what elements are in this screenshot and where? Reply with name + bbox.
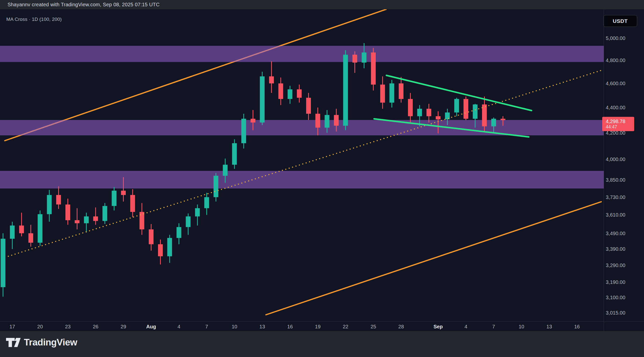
attribution-bar: Shayannv created with TradingView.com, S… [0, 0, 644, 9]
time-tick-label: 25 [371, 324, 376, 330]
price-tick-label: 4,000.00 [606, 156, 625, 162]
time-tick-label: Aug [146, 324, 156, 330]
time-axis-separator [0, 322, 644, 322]
price-tick-label: 3,015.00 [606, 310, 625, 316]
tradingview-wordmark: TradingView [24, 337, 77, 348]
price-tick-label: 3,850.00 [606, 177, 625, 183]
time-tick-label: 10 [519, 324, 524, 330]
time-tick-label: 7 [205, 324, 208, 330]
price-tick-label: 3,730.00 [606, 194, 625, 200]
attribution-text: Shayannv created with TradingView.com, S… [8, 2, 159, 7]
time-tick-label: 20 [37, 324, 43, 330]
time-tick-label: 13 [546, 324, 552, 330]
time-tick-label: 13 [259, 324, 265, 330]
price-tick-label: 5,000.00 [606, 35, 625, 41]
time-tick-label: 4 [178, 324, 180, 330]
time-tick-label: 4 [464, 324, 467, 330]
last-price-value: 4,298.78 [606, 118, 634, 124]
time-tick-label: 19 [315, 324, 320, 330]
time-tick-label: 23 [65, 324, 70, 330]
indicator-legend-label: MA Cross · 1D (100, 200) [6, 17, 62, 22]
price-tick-label: 3,490.00 [606, 230, 625, 236]
tradingview-logo-link[interactable]: TradingView [6, 337, 77, 348]
time-tick-label: 29 [120, 324, 126, 330]
price-tick-label: 3,610.00 [606, 212, 625, 218]
time-tick-label: 10 [232, 324, 237, 330]
tradingview-logo-icon [6, 337, 21, 347]
indicator-legend[interactable]: MA Cross · 1D (100, 200) [6, 17, 62, 22]
price-tick-label: 4,800.00 [606, 58, 625, 63]
time-tick-label: 26 [93, 324, 98, 330]
time-tick-label: 7 [492, 324, 495, 330]
time-tick-label: 16 [287, 324, 293, 330]
price-tick-label: 3,190.00 [606, 279, 625, 285]
last-price-badge: 4,298.78 44:47 [602, 117, 634, 131]
price-tick-label: 4,400.00 [606, 105, 625, 111]
price-tick-label: 3,390.00 [606, 246, 625, 252]
price-tick-label: 4,600.00 [606, 81, 625, 86]
time-tick-label: 17 [10, 324, 15, 330]
price-axis-separator [604, 9, 604, 331]
price-tick-label: 3,100.00 [606, 295, 625, 300]
time-tick-label: 16 [574, 324, 580, 330]
currency-button[interactable]: USDT [603, 15, 637, 27]
time-tick-label: 22 [343, 324, 348, 330]
chart-canvas[interactable] [0, 9, 644, 331]
time-tick-label: 28 [398, 324, 404, 330]
price-tick-label: 3,290.00 [606, 262, 625, 268]
time-tick-label: Sep [433, 324, 443, 330]
currency-button-label: USDT [613, 18, 628, 24]
bar-close-countdown: 44:47 [606, 124, 634, 130]
